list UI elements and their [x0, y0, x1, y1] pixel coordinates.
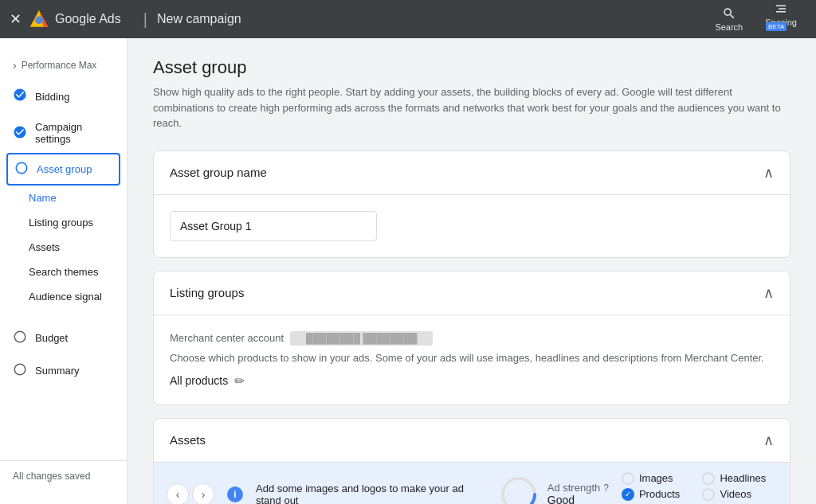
top-nav-actions: Search Spacing BETA: [705, 0, 806, 41]
asset-group-label: Asset group: [37, 163, 92, 175]
ad-strength-info: Ad strength ? Good: [547, 482, 609, 504]
check-icon: [13, 88, 27, 105]
spacing-action-button[interactable]: Spacing BETA: [755, 0, 806, 41]
top-nav: ✕ Google Ads | New campaign Search Spaci…: [0, 0, 816, 38]
saved-label: All changes saved: [13, 471, 90, 482]
main-content: Asset group Show high quality ads to the…: [128, 38, 816, 504]
search-action-button[interactable]: Search: [705, 3, 752, 35]
sidebar-item-bidding[interactable]: Bidding: [0, 80, 127, 113]
images-checkbox[interactable]: [622, 472, 634, 485]
checkbox-headlines: Headlines: [702, 472, 777, 485]
sidebar-item-summary[interactable]: Summary: [6, 354, 120, 387]
collapse-listing-groups-button[interactable]: ∧: [763, 284, 774, 302]
sidebar: › Performance Max Bidding Campaign setti…: [0, 38, 128, 504]
ad-strength-section: Ad strength ? Good: [500, 475, 609, 505]
sidebar-item-asset-group[interactable]: Asset group: [6, 153, 120, 186]
brand-name: Google Ads: [55, 12, 121, 26]
asset-group-name-input[interactable]: [170, 211, 377, 241]
beta-badge: BETA: [766, 22, 787, 31]
collapse-assets-button[interactable]: ∧: [763, 432, 774, 449]
main-layout: › Performance Max Bidding Campaign setti…: [0, 38, 816, 504]
ad-strength-checkboxes: Images Headlines Products Videos: [622, 472, 777, 505]
edit-listing-groups-button[interactable]: ✏: [234, 373, 245, 389]
merchant-value: ████████ ████████: [290, 331, 433, 346]
search-label: Search: [715, 22, 743, 32]
checkbox-products: Products: [622, 488, 696, 501]
products-checkbox[interactable]: [622, 488, 634, 501]
spacing-icon: [774, 2, 788, 16]
campaign-settings-label: Campaign settings: [35, 121, 114, 145]
sidebar-item-campaign-settings[interactable]: Campaign settings: [0, 113, 127, 153]
merchant-label: Merchant center account: [170, 332, 284, 344]
svg-point-2: [35, 17, 43, 25]
search-icon: [722, 6, 736, 21]
sidebar-sub-audience-signal[interactable]: Audience signal: [0, 284, 127, 309]
sidebar-sub-assets[interactable]: Assets: [0, 235, 127, 260]
all-products-label: All products: [170, 374, 228, 387]
google-ads-logo-icon: [28, 8, 50, 30]
assets-tip: Add some images and logos to make your a…: [256, 483, 487, 505]
assets-banner: ‹ › i Add some images and logos to make …: [154, 463, 790, 505]
card-header-asset-group-name: Asset group name ∧: [154, 151, 790, 195]
ad-strength-info-icon[interactable]: ?: [603, 483, 609, 494]
checkbox-videos: Videos: [702, 488, 777, 501]
logo: Google Ads: [28, 8, 121, 30]
merchant-row: Merchant center account ████████ ███████…: [170, 331, 774, 346]
asset-group-name-title: Asset group name: [170, 166, 267, 179]
sidebar-item-performance-max[interactable]: › Performance Max: [0, 51, 127, 80]
ad-strength-circle-icon: [500, 475, 538, 505]
products-label: Products: [639, 488, 680, 500]
listing-groups-card: Listing groups ∧ Merchant center account…: [153, 271, 790, 405]
asset-group-icon: [14, 161, 29, 178]
asset-group-name-card: Asset group name ∧: [153, 150, 790, 258]
listing-description: Choose which products to show in your ad…: [170, 352, 774, 364]
banner-prev-button[interactable]: ‹: [167, 483, 189, 505]
collapse-asset-group-name-button[interactable]: ∧: [763, 164, 774, 182]
assets-card: Assets ∧ ‹ › i Add some images and logos…: [153, 418, 790, 505]
card-header-listing-groups: Listing groups ∧: [154, 272, 790, 315]
listing-groups-body: Merchant center account ████████ ███████…: [154, 315, 790, 404]
ad-strength-value: Good: [547, 494, 609, 504]
svg-point-3: [16, 162, 27, 174]
nav-divider: |: [143, 10, 147, 29]
headlines-label: Headlines: [720, 472, 766, 484]
asset-group-name-body: [154, 195, 790, 257]
sidebar-footer: All changes saved: [0, 460, 127, 491]
budget-circle-icon: [13, 330, 27, 346]
card-header-assets: Assets ∧: [154, 419, 790, 463]
assets-title: Assets: [170, 433, 206, 447]
checkbox-images: Images: [622, 472, 696, 485]
performance-max-label: Performance Max: [22, 60, 97, 71]
listing-groups-title: Listing groups: [170, 286, 244, 299]
sidebar-sub-search-themes[interactable]: Search themes: [0, 260, 127, 284]
chevron-right-icon: ›: [13, 59, 17, 72]
sidebar-sub-listing-groups[interactable]: Listing groups: [0, 210, 127, 235]
svg-point-4: [14, 331, 26, 342]
assets-banner-nav: ‹ ›: [167, 483, 214, 505]
close-button[interactable]: ✕: [10, 10, 22, 28]
images-label: Images: [639, 472, 673, 484]
svg-point-6: [503, 479, 535, 505]
check-icon-2: [13, 125, 27, 142]
campaign-title: New campaign: [157, 12, 241, 26]
sidebar-item-budget[interactable]: Budget: [6, 322, 120, 354]
headlines-checkbox[interactable]: [702, 472, 715, 485]
summary-circle-icon: [13, 362, 27, 379]
all-products-row: All products ✏: [170, 373, 774, 389]
ad-strength-label: Ad strength: [547, 482, 601, 494]
sidebar-sub-name[interactable]: Name: [0, 186, 127, 210]
svg-point-5: [14, 364, 26, 375]
videos-label: Videos: [720, 488, 751, 500]
assets-info-icon: i: [227, 486, 243, 502]
page-title: Asset group: [153, 57, 790, 78]
bidding-label: Bidding: [35, 91, 69, 103]
page-subtitle: Show high quality ads to the right peopl…: [153, 84, 790, 131]
videos-checkbox[interactable]: [702, 488, 715, 501]
banner-next-button[interactable]: ›: [192, 483, 214, 505]
